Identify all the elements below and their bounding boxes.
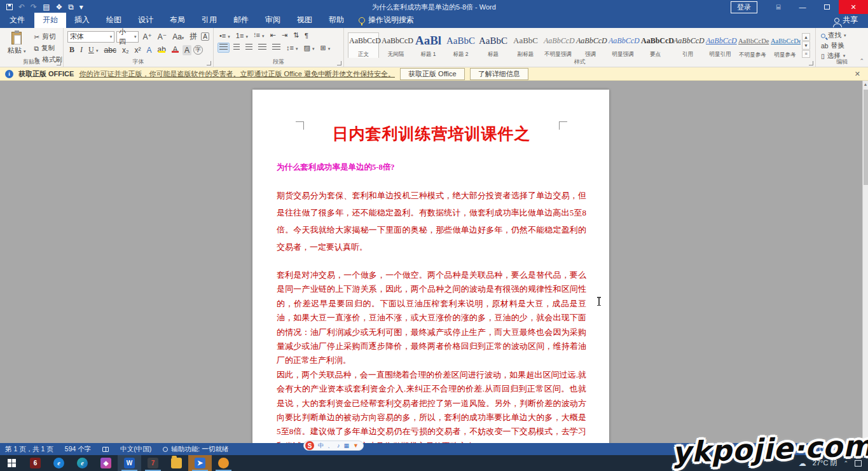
multilevel-list-button[interactable]: ⁝≡ ▾ bbox=[252, 31, 266, 40]
maximize-button[interactable] bbox=[815, 0, 839, 14]
style-heading2[interactable]: AaBbC标题 2 bbox=[445, 32, 476, 58]
font-size-combo[interactable]: 小四▾ bbox=[116, 31, 139, 43]
word-count[interactable]: 594 个字 bbox=[65, 445, 91, 454]
taskbar-app-word[interactable]: W bbox=[118, 455, 141, 471]
sort-button[interactable]: ⇅ bbox=[291, 31, 301, 40]
document-page[interactable]: 日内套利训练营培训课件之 为什么套利成功率是单边的5-8倍? 期货交易分为套保、… bbox=[252, 90, 609, 443]
highlight-color-button[interactable]: ab bbox=[156, 46, 168, 53]
collapse-ribbon-icon[interactable]: ⌃ bbox=[859, 58, 864, 64]
style-subtle-reference[interactable]: AaBbCcDe不明显参考 bbox=[737, 32, 768, 58]
touch-mode-icon[interactable]: ❖ bbox=[55, 0, 62, 14]
get-genuine-office-button[interactable]: 获取正版 Office bbox=[400, 68, 465, 80]
taskbar-app-edge[interactable]: e bbox=[71, 455, 94, 471]
style-strong[interactable]: AaBbCcD要点 bbox=[640, 32, 671, 58]
vertical-scrollbar[interactable]: ▲ bbox=[862, 81, 868, 443]
learn-more-button[interactable]: 了解详细信息 bbox=[470, 68, 528, 80]
keyboard-icon[interactable]: ▦ bbox=[344, 441, 350, 450]
underline-button[interactable]: U ▾ bbox=[86, 44, 100, 55]
sogou-input-bar[interactable]: S 中 、 ♪ ▦ ▼ bbox=[303, 440, 364, 451]
close-button[interactable]: ✕ bbox=[839, 0, 868, 14]
character-border-button[interactable]: A bbox=[201, 32, 209, 41]
document-area[interactable]: 日内套利训练营培训课件之 为什么套利成功率是单边的5-8倍? 期货交易分为套保、… bbox=[0, 81, 868, 443]
clipboard-dialog-launcher[interactable] bbox=[57, 61, 61, 65]
styles-more-button[interactable]: ≡ bbox=[802, 50, 810, 58]
taskbar-app-store[interactable]: ◆ bbox=[94, 455, 118, 471]
style-subtle-emphasis[interactable]: AaBbCcD不明显强调 bbox=[542, 32, 574, 58]
start-button[interactable] bbox=[0, 455, 24, 471]
borders-button[interactable]: ⊞ ▾ bbox=[318, 43, 332, 53]
taskbar-app-seven[interactable]: 7 bbox=[141, 455, 165, 471]
replace-button[interactable]: ab 替换 bbox=[820, 41, 864, 51]
tab-layout[interactable]: 布局 bbox=[162, 13, 193, 28]
save-icon[interactable] bbox=[6, 4, 13, 10]
style-no-spacing[interactable]: AaBbCcD无间隔 bbox=[380, 32, 411, 58]
style-subtitle[interactable]: AaBbC副标题 bbox=[510, 32, 541, 58]
tab-home[interactable]: 开始 bbox=[34, 13, 66, 28]
style-quote[interactable]: AaBbCcD引用 bbox=[672, 32, 703, 58]
tab-insert[interactable]: 插入 bbox=[66, 13, 98, 28]
increase-indent-button[interactable]: ⇥ bbox=[280, 31, 289, 40]
redo-icon[interactable]: ↷ bbox=[31, 0, 37, 14]
tab-help[interactable]: 帮助 bbox=[320, 13, 352, 28]
superscript-button[interactable]: x² bbox=[133, 45, 143, 55]
find-button[interactable]: 查找 ▾ bbox=[820, 31, 864, 41]
cut-button[interactable]: ✂ 剪切 bbox=[32, 32, 64, 42]
minimize-button[interactable]: — bbox=[790, 0, 815, 14]
copy-button[interactable]: ⧉ 复制 bbox=[32, 43, 64, 53]
customize-qat-icon[interactable]: ▾ bbox=[79, 0, 83, 14]
styles-dialog-launcher[interactable] bbox=[809, 61, 813, 65]
grow-font-button[interactable]: A⁺ bbox=[141, 32, 153, 42]
input-mode-icon[interactable]: 中 bbox=[318, 441, 324, 450]
symbols-icon[interactable]: 、 bbox=[327, 441, 333, 450]
taskbar-app-360[interactable]: 6 bbox=[24, 455, 47, 471]
new-document-icon[interactable]: ▤ bbox=[43, 0, 50, 14]
bullets-button[interactable]: •≡ ▾ bbox=[217, 31, 232, 40]
banner-message-link[interactable]: 你的许可证并非正版，你可能是盗版软件的受害者。立即通过正版 Office 避免中… bbox=[79, 69, 395, 79]
tab-mailings[interactable]: 邮件 bbox=[225, 13, 257, 28]
style-emphasis[interactable]: AaBbCcD强调 bbox=[575, 32, 606, 58]
banner-close-icon[interactable]: ✕ bbox=[852, 70, 863, 78]
italic-button[interactable]: I bbox=[78, 44, 85, 55]
style-intense-emphasis[interactable]: AaBbCcD明显强调 bbox=[607, 32, 638, 58]
paste-button[interactable]: 粘贴 ▾ bbox=[4, 31, 30, 58]
page-indicator[interactable]: 第 1 页，共 1 页 bbox=[5, 445, 53, 454]
tab-file[interactable]: 文件 bbox=[0, 13, 34, 28]
numbering-button[interactable]: 1≡ ▾ bbox=[234, 31, 250, 40]
style-intense-quote[interactable]: AaBbCcD明显引用 bbox=[705, 32, 736, 58]
proofing-status[interactable] bbox=[102, 447, 109, 452]
tab-design[interactable]: 设计 bbox=[130, 13, 162, 28]
ribbon-display-options-button[interactable]: ⌸ bbox=[766, 0, 790, 14]
microphone-icon[interactable]: ♪ bbox=[337, 441, 340, 450]
taskbar-app-ie[interactable]: e bbox=[47, 455, 71, 471]
tab-references[interactable]: 引用 bbox=[193, 13, 225, 28]
tab-review[interactable]: 审阅 bbox=[257, 13, 289, 28]
paragraph-dialog-launcher[interactable] bbox=[337, 61, 341, 65]
align-center-button[interactable] bbox=[231, 43, 242, 53]
styles-scroll-down-button[interactable]: ▼ bbox=[802, 41, 810, 49]
shrink-font-button[interactable]: A⁻ bbox=[156, 32, 169, 42]
enclose-characters-button[interactable]: 字 bbox=[193, 45, 203, 55]
taskbar-app-recorder[interactable]: ➤ bbox=[188, 455, 212, 471]
distribute-button[interactable] bbox=[270, 43, 282, 53]
show-marks-button[interactable]: ¶ bbox=[303, 31, 310, 40]
tab-draw[interactable]: 绘图 bbox=[98, 13, 130, 28]
sogou-logo-icon[interactable]: S bbox=[305, 441, 314, 450]
taskbar-file-explorer[interactable] bbox=[165, 455, 188, 471]
language-indicator[interactable]: 中文(中国) bbox=[120, 445, 151, 454]
scrollbar-thumb[interactable] bbox=[864, 90, 868, 185]
style-normal[interactable]: AaBbCcD正文 bbox=[348, 32, 379, 58]
sign-in-button[interactable]: 登录 bbox=[731, 1, 757, 13]
phonetic-guide-button[interactable]: 拼 bbox=[188, 31, 199, 43]
shading-button[interactable]: ▨ ▾ bbox=[302, 43, 317, 53]
scroll-up-icon[interactable]: ▲ bbox=[863, 81, 868, 88]
share-button[interactable]: 共享 bbox=[824, 13, 868, 28]
change-case-button[interactable]: Aa▾ bbox=[170, 32, 186, 42]
print-preview-icon[interactable]: ⧉ bbox=[68, 0, 74, 14]
bold-button[interactable]: B bbox=[67, 44, 76, 55]
strikethrough-button[interactable]: abc bbox=[102, 45, 118, 55]
style-intense-reference[interactable]: AaBbCcDe明显参考 bbox=[769, 32, 801, 58]
skin-shop-icon[interactable]: ▼ bbox=[353, 441, 359, 450]
font-dialog-launcher[interactable] bbox=[207, 61, 211, 65]
tab-view[interactable]: 视图 bbox=[289, 13, 320, 28]
subscript-button[interactable]: x₂ bbox=[120, 45, 131, 55]
